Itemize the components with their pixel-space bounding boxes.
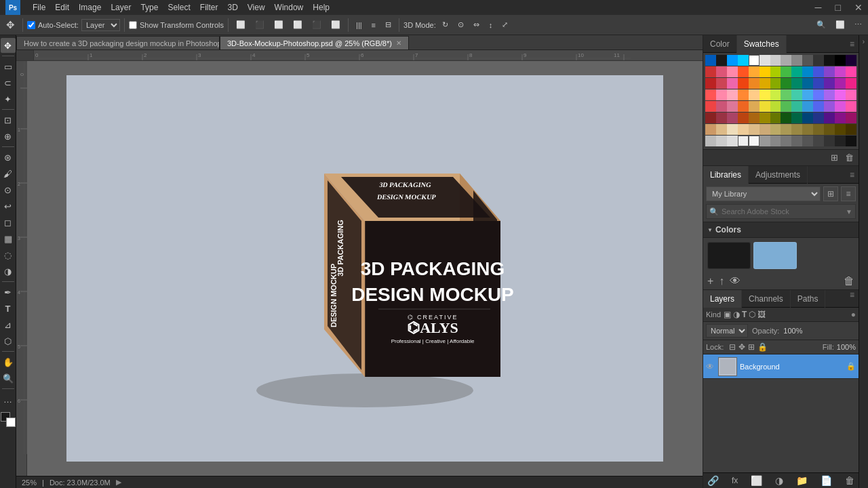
delete-layer-btn[interactable]: 🗑 — [845, 475, 854, 486]
swatch-cell[interactable] — [824, 124, 835, 135]
swatch-cell[interactable] — [705, 78, 716, 89]
link-layers-btn[interactable]: 🔗 — [707, 475, 719, 486]
align-right-btn[interactable]: ⬜ — [271, 18, 287, 31]
background-color[interactable] — [6, 418, 16, 427]
swatch-cell[interactable] — [835, 124, 846, 135]
move-tool[interactable]: ✥ — [1, 38, 16, 53]
swatch-cell[interactable] — [824, 78, 835, 89]
swatch-cell[interactable] — [727, 113, 738, 123]
swatch-cell[interactable] — [824, 55, 835, 66]
swatch-cell[interactable] — [705, 136, 716, 146]
swatch-cell[interactable] — [716, 124, 727, 135]
filter-adj-icon[interactable]: ◑ — [733, 310, 740, 319]
distribute2-btn[interactable]: ⊟ — [382, 18, 395, 31]
add-color-btn[interactable]: + — [707, 275, 713, 287]
swatch-cell[interactable] — [813, 136, 824, 146]
layer-background[interactable]: 👁 Background 🔒 — [703, 354, 859, 379]
swatch-cell[interactable] — [802, 55, 813, 66]
swatch-cell[interactable] — [835, 55, 846, 66]
swatch-cell[interactable] — [738, 89, 749, 100]
swatch-cell[interactable] — [824, 89, 835, 100]
align-bottom-btn[interactable]: ⬜ — [328, 18, 344, 31]
add-mask-btn[interactable]: ⬜ — [751, 475, 762, 486]
menu-edit[interactable]: Edit — [55, 3, 69, 12]
swatch-cell[interactable] — [727, 136, 738, 146]
eyedropper-tool[interactable]: ⊕ — [1, 129, 16, 144]
status-arrow[interactable]: ▶ — [116, 478, 121, 487]
swatch-cell[interactable] — [770, 136, 781, 146]
swatch-cell[interactable] — [813, 78, 824, 89]
color-swatch-dark[interactable] — [707, 242, 751, 269]
swatch-cell[interactable] — [846, 136, 856, 146]
swatch-cell[interactable] — [802, 78, 813, 89]
workspace-btn[interactable]: ⬜ — [832, 18, 848, 31]
layer-select[interactable]: Layer Group — [81, 19, 120, 31]
crop-tool[interactable]: ⊡ — [1, 113, 16, 127]
color-swatches[interactable] — [1, 412, 16, 427]
tab-channels[interactable]: Channels — [742, 290, 791, 308]
swatch-cell[interactable] — [846, 113, 856, 123]
search-dropdown-icon[interactable]: ▼ — [846, 208, 852, 216]
distribute-h-btn[interactable]: ||| — [353, 19, 366, 31]
swatch-cell[interactable] — [760, 136, 770, 146]
swatch-cell[interactable] — [705, 124, 716, 135]
swatch-cell[interactable] — [770, 113, 781, 123]
swatch-cell[interactable] — [738, 113, 749, 123]
swatch-cell[interactable] — [705, 55, 716, 66]
swatch-cell[interactable] — [760, 55, 770, 66]
swatch-cell[interactable] — [781, 124, 791, 135]
swatch-cell[interactable] — [781, 66, 791, 77]
auto-select-checkbox[interactable] — [27, 21, 35, 29]
extras-btn[interactable]: ⋯ — [851, 18, 865, 31]
swatch-cell[interactable] — [705, 113, 716, 123]
menu-help[interactable]: Help — [313, 3, 330, 12]
swatch-cell[interactable] — [705, 66, 716, 77]
lock-artboards-icon[interactable]: ⊞ — [748, 342, 755, 352]
lock-pixels-icon[interactable]: ⊟ — [729, 342, 736, 352]
dodge-tool[interactable]: ◑ — [1, 264, 16, 279]
swatch-cell[interactable] — [727, 55, 738, 66]
eraser-tool[interactable]: ◻ — [1, 215, 16, 230]
blend-mode-select[interactable]: Normal — [706, 324, 748, 338]
swatch-cell[interactable] — [835, 136, 846, 146]
swatch-cell[interactable] — [791, 89, 802, 100]
filter-shape-icon[interactable]: ⬡ — [749, 310, 755, 319]
library-list-view[interactable]: ≡ — [841, 186, 856, 201]
swatch-cell[interactable] — [846, 101, 856, 112]
swatch-cell[interactable] — [716, 78, 727, 89]
menu-type[interactable]: Type — [140, 3, 158, 12]
swatch-cell[interactable] — [749, 101, 760, 112]
brush-tool[interactable]: 🖌 — [1, 166, 16, 181]
layer-lock-icon[interactable]: 🔒 — [846, 362, 856, 371]
swatch-cell[interactable] — [760, 66, 770, 77]
swatch-cell[interactable] — [791, 101, 802, 112]
layer-filter-active-icon[interactable]: ● — [851, 310, 856, 319]
tab-adjustments[interactable]: Adjustments — [749, 166, 808, 184]
libraries-panel-menu[interactable]: ≡ — [846, 170, 859, 180]
distribute-v-btn[interactable]: ≡ — [368, 19, 379, 31]
swatch-cell[interactable] — [727, 66, 738, 77]
delete-color-btn[interactable]: 🗑 — [844, 275, 854, 287]
panel-collapse-toggle[interactable]: › — [859, 35, 868, 488]
swatch-cell[interactable] — [727, 89, 738, 100]
swatch-cell[interactable] — [824, 101, 835, 112]
swatch-cell[interactable] — [846, 78, 856, 89]
swatch-cell[interactable] — [749, 113, 760, 123]
tab-1[interactable]: How to create a 3D packaging design mock… — [16, 36, 220, 49]
layers-panel-menu[interactable]: ≡ — [846, 290, 859, 307]
library-search-input[interactable] — [722, 207, 843, 216]
heal-tool[interactable]: ⊛ — [1, 150, 16, 165]
swatch-cell[interactable] — [770, 89, 781, 100]
layer-visibility-icon[interactable]: 👁 — [706, 362, 715, 371]
swatch-cell[interactable] — [791, 136, 802, 146]
swatch-cell[interactable] — [738, 136, 749, 146]
filter-smart-icon[interactable]: 🖼 — [757, 310, 766, 319]
swatch-cell[interactable] — [770, 78, 781, 89]
tab-swatches[interactable]: Swatches — [737, 35, 787, 53]
fill-value[interactable]: 100% — [837, 343, 856, 351]
swatch-cell[interactable] — [802, 101, 813, 112]
swatch-cell[interactable] — [846, 66, 856, 77]
swatch-cell[interactable] — [824, 66, 835, 77]
swatch-cell[interactable] — [727, 78, 738, 89]
swatch-cell[interactable] — [749, 55, 760, 66]
